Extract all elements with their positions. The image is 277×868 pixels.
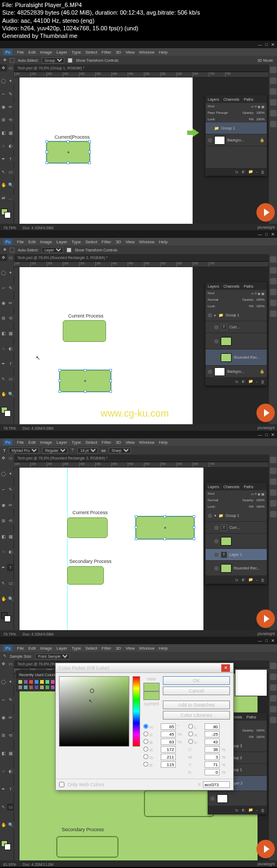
- menu-edit[interactable]: Edit: [28, 440, 36, 445]
- panel-icon[interactable]: [270, 256, 276, 263]
- layer-shape[interactable]: [206, 534, 267, 549]
- heal-tool[interactable]: ◉: [0, 714, 7, 721]
- tab-paths[interactable]: Paths: [244, 98, 254, 101]
- menu-window[interactable]: Window: [139, 646, 154, 651]
- color-swatch[interactable]: [0, 839, 14, 850]
- history-tool[interactable]: ⟲: [7, 315, 14, 322]
- trash-icon[interactable]: 🗑: [261, 170, 265, 174]
- panel-icon[interactable]: [270, 300, 276, 306]
- hand-tool[interactable]: ✋: [0, 182, 7, 189]
- menu-image[interactable]: Image: [40, 50, 52, 55]
- r-input[interactable]: [161, 746, 176, 753]
- stamp-tool[interactable]: ⊞: [0, 116, 7, 124]
- menu-help[interactable]: Help: [159, 239, 168, 244]
- minimize-icon[interactable]: —: [258, 42, 262, 47]
- menu-window[interactable]: Window: [139, 239, 154, 244]
- outline-rect[interactable]: [144, 790, 214, 817]
- color-picker-dialog[interactable]: Color Picker (Fill Color) ✕ ↖ new curre: [55, 663, 234, 791]
- canvas[interactable]: Current Process ✦ ↖ www.cg-ku.com: [19, 267, 193, 424]
- panel-icon[interactable]: [270, 489, 276, 496]
- panel-icon[interactable]: [270, 267, 276, 274]
- g-input[interactable]: [161, 754, 176, 760]
- pen-tool[interactable]: ✒: [0, 564, 7, 571]
- fx-icon[interactable]: fx: [235, 170, 238, 174]
- blend-mode[interactable]: Normal: [208, 298, 218, 301]
- gradient-tool[interactable]: ▦: [7, 533, 14, 540]
- menu-layer[interactable]: Layer: [56, 239, 67, 244]
- rect-selected[interactable]: ✦: [136, 516, 194, 539]
- panel-icon[interactable]: [270, 278, 276, 284]
- layer-text[interactable]: TCurr...: [206, 522, 267, 534]
- visibility-icon[interactable]: [214, 553, 219, 557]
- tab-paths[interactable]: Paths: [244, 485, 254, 489]
- color-swatch[interactable]: [0, 611, 14, 622]
- minimize-icon[interactable]: —: [258, 638, 262, 643]
- y-input[interactable]: [205, 761, 220, 768]
- menu-view[interactable]: View: [126, 239, 135, 244]
- panel-icon[interactable]: [270, 511, 276, 517]
- visibility-icon[interactable]: [214, 566, 219, 571]
- menu-file[interactable]: File: [17, 50, 24, 55]
- maximize-icon[interactable]: □: [265, 232, 268, 237]
- visibility-icon[interactable]: [208, 313, 212, 318]
- brush-tool[interactable]: ✏: [7, 502, 14, 509]
- samplesize-select[interactable]: Point Sample: [35, 653, 70, 659]
- menu-view[interactable]: View: [126, 50, 135, 55]
- layer-bg[interactable]: [208, 791, 267, 806]
- folder-icon[interactable]: 📁: [248, 170, 253, 174]
- hand-tool[interactable]: ✋: [0, 595, 7, 603]
- menu-layer[interactable]: Layer: [56, 646, 67, 651]
- layers-panel[interactable]: LayersChannelsPaths Kind▭ T ◉ ▦ NormalOp…: [205, 482, 267, 584]
- b3-input[interactable]: [161, 761, 176, 768]
- aa-select[interactable]: Sharp: [109, 448, 131, 454]
- app-icon[interactable]: Ps: [3, 645, 12, 651]
- ok-button[interactable]: OK: [163, 676, 230, 685]
- menu-edit[interactable]: Edit: [28, 239, 36, 244]
- fx-icon[interactable]: fx: [235, 578, 238, 582]
- close-icon[interactable]: ✕: [271, 42, 275, 47]
- move-tool[interactable]: ✥: [0, 64, 7, 72]
- tab-recently-used[interactable]: Recently Used Colors: [19, 673, 56, 677]
- app-icon[interactable]: Ps: [3, 239, 12, 245]
- history-tool[interactable]: ⟲: [7, 732, 14, 739]
- autoselect-checkbox[interactable]: [10, 58, 15, 63]
- type-tool[interactable]: T: [7, 786, 14, 793]
- maximize-icon[interactable]: □: [265, 432, 268, 437]
- color-libraries-button[interactable]: Color Libraries: [163, 711, 230, 720]
- blend-mode[interactable]: Pass Through: [208, 111, 228, 114]
- eraser-tool[interactable]: ◧: [0, 330, 7, 337]
- menu-select[interactable]: Select: [85, 239, 97, 244]
- move-tool[interactable]: ✥: [0, 455, 7, 462]
- zoom-tool[interactable]: 🔍: [7, 821, 14, 828]
- layers-panel[interactable]: LayersChannelsPaths Kind▭ T ◉ ▦ NormalOp…: [205, 282, 267, 386]
- zoom-level[interactable]: 78.79%: [3, 226, 16, 230]
- b-input[interactable]: [161, 739, 176, 745]
- b-radio[interactable]: [143, 739, 148, 744]
- font-style-select[interactable]: Regular: [42, 448, 68, 454]
- mask-icon[interactable]: ◐: [242, 379, 245, 384]
- dodge-tool[interactable]: ◐: [7, 142, 14, 150]
- menu-edit[interactable]: Edit: [28, 50, 36, 55]
- adjust-icon[interactable]: [270, 88, 276, 95]
- tab-layers[interactable]: Layers: [208, 284, 219, 288]
- menu-type[interactable]: Type: [71, 239, 81, 244]
- brush-tool[interactable]: ✏: [7, 103, 14, 111]
- document-tab[interactable]: Tech.psd @ 78.8% (Rounded Rectangle 2, R…: [14, 254, 268, 262]
- app-icon[interactable]: Ps: [3, 49, 12, 55]
- menu-layer[interactable]: Layer: [56, 50, 67, 55]
- blur-tool[interactable]: ○: [0, 345, 7, 352]
- g-radio[interactable]: [143, 754, 148, 759]
- l-input[interactable]: [205, 723, 220, 730]
- stamp-tool[interactable]: ⊞: [0, 732, 7, 739]
- layer-group1[interactable]: ▸📁Group 1: [206, 309, 267, 321]
- stamp-tool[interactable]: ⊞: [0, 315, 7, 322]
- move-tool[interactable]: ✥: [0, 254, 7, 261]
- visibility-icon[interactable]: [214, 539, 219, 543]
- hex-input[interactable]: [203, 781, 230, 788]
- visibility-icon[interactable]: [208, 370, 212, 374]
- navigator-preview[interactable]: [235, 669, 267, 696]
- r-radio[interactable]: [143, 747, 148, 752]
- swatches-icon[interactable]: [270, 77, 276, 84]
- prop-icon[interactable]: [270, 121, 276, 127]
- panel-icon[interactable]: [270, 706, 276, 712]
